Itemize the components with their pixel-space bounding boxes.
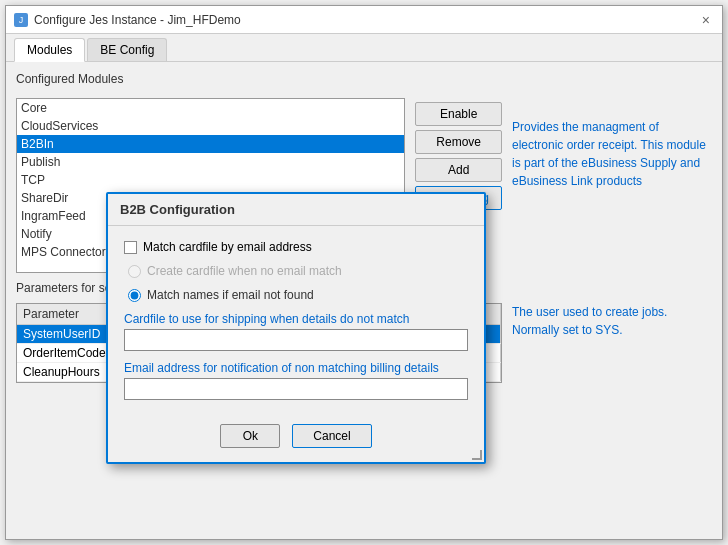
title-bar: J Configure Jes Instance - Jim_HFDemo × <box>6 6 722 34</box>
email-notification-input[interactable] <box>124 378 468 400</box>
dialog-title: B2B Configuration <box>108 194 484 226</box>
modules-section-label: Configured Modules <box>16 72 712 86</box>
shipping-cardfile-label: Cardfile to use for shipping when detail… <box>124 312 468 326</box>
create-cardfile-radio[interactable] <box>128 265 141 278</box>
dialog-footer: Ok Cancel <box>108 414 484 462</box>
create-cardfile-label: Create cardfile when no email match <box>147 264 342 278</box>
match-names-radio[interactable] <box>128 289 141 302</box>
dialog-ok-button[interactable]: Ok <box>220 424 280 448</box>
add-button[interactable]: Add <box>415 158 502 182</box>
shipping-cardfile-input[interactable] <box>124 329 468 351</box>
params-description: The user used to create jobs. Normally s… <box>512 303 712 383</box>
list-item[interactable]: Core <box>17 99 404 117</box>
create-cardfile-row: Create cardfile when no email match <box>124 264 468 278</box>
modules-description: Provides the managment of electronic ord… <box>512 98 712 273</box>
b2b-dialog: B2B Configuration Match cardfile by emai… <box>106 192 486 464</box>
list-item[interactable]: TCP <box>17 171 404 189</box>
tab-beconfig[interactable]: BE Config <box>87 38 167 61</box>
main-window: J Configure Jes Instance - Jim_HFDemo × … <box>5 5 723 540</box>
list-item-b2bin[interactable]: B2BIn <box>17 135 404 153</box>
match-names-row: Match names if email not found <box>124 288 468 302</box>
resize-handle[interactable] <box>472 450 482 460</box>
tab-modules[interactable]: Modules <box>14 38 85 62</box>
shipping-cardfile-field-group: Cardfile to use for shipping when detail… <box>124 312 468 351</box>
window-title: Configure Jes Instance - Jim_HFDemo <box>34 13 241 27</box>
dialog-body: Match cardfile by email address Create c… <box>108 226 484 414</box>
enable-button[interactable]: Enable <box>415 102 502 126</box>
match-names-label: Match names if email not found <box>147 288 314 302</box>
main-content: Configured Modules Core CloudServices B2… <box>6 62 722 539</box>
app-icon: J <box>14 13 28 27</box>
list-item[interactable]: Publish <box>17 153 404 171</box>
email-notification-field-group: Email address for notification of non ma… <box>124 361 468 400</box>
remove-button[interactable]: Remove <box>415 130 502 154</box>
email-notification-label: Email address for notification of non ma… <box>124 361 468 375</box>
list-item[interactable]: CloudServices <box>17 117 404 135</box>
dialog-cancel-button[interactable]: Cancel <box>292 424 371 448</box>
match-email-row: Match cardfile by email address <box>124 240 468 254</box>
tab-bar: Modules BE Config <box>6 34 722 62</box>
match-email-label: Match cardfile by email address <box>143 240 312 254</box>
match-email-checkbox[interactable] <box>124 241 137 254</box>
close-button[interactable]: × <box>698 12 714 28</box>
